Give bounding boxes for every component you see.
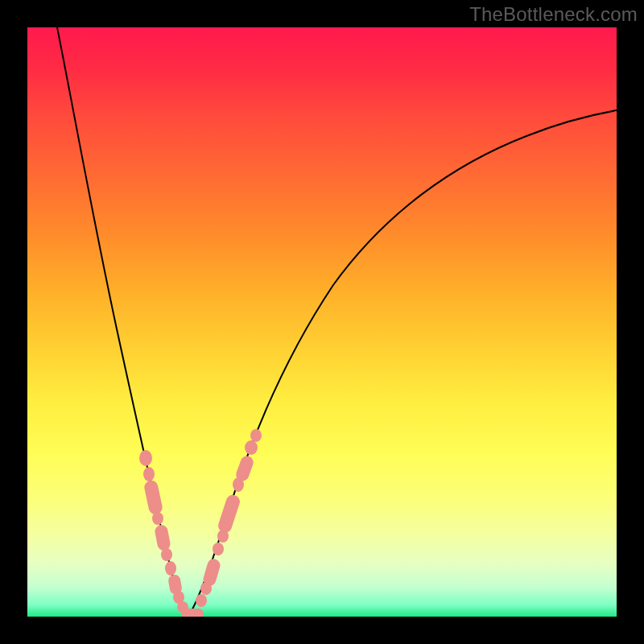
bead-icon [196, 594, 207, 607]
plot-area [27, 27, 617, 617]
bead-icon [213, 543, 224, 555]
bead-icon [139, 450, 152, 466]
bead-tube-icon [181, 609, 204, 617]
bead-tube-icon [202, 557, 222, 587]
bead-icon [250, 429, 262, 442]
watermark-text: TheBottleneck.com [469, 3, 638, 26]
bead-tube-icon [143, 480, 163, 516]
bead-icon [165, 561, 176, 576]
bead-icon [143, 467, 155, 481]
curve-left [57, 27, 188, 617]
bead-tube-icon [154, 524, 171, 551]
bead-cluster-group [139, 429, 262, 617]
bead-icon [161, 548, 172, 561]
bead-tube-icon [217, 493, 242, 535]
bead-icon [152, 512, 163, 525]
bead-icon [245, 440, 258, 455]
curve-right [188, 110, 617, 617]
curve-layer [27, 27, 617, 617]
outer-frame: TheBottleneck.com [0, 0, 644, 644]
